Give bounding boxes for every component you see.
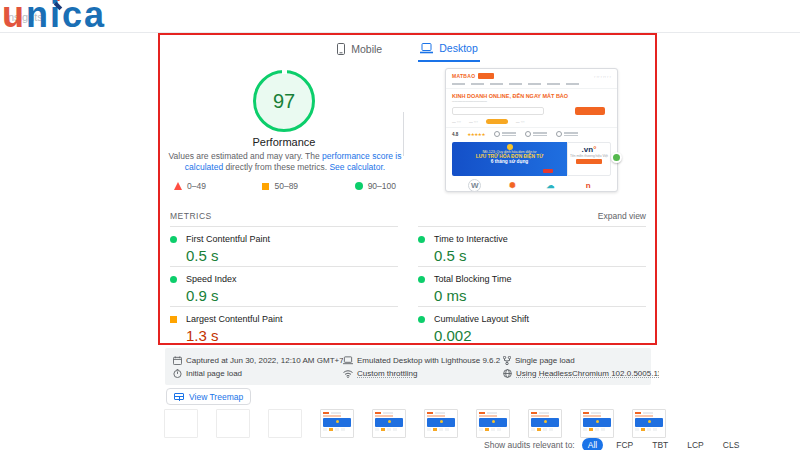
pass-circle-icon xyxy=(355,182,363,190)
metric-time-to-interactive: Time to Interactive 0.5 s xyxy=(418,226,646,266)
legend-fail-range: 0–49 xyxy=(187,181,206,191)
preview-header: MATBAO ◦ ◦◦ ◦ ◦◦ ◦ ◦ xyxy=(446,69,617,81)
metric-name: First Contentful Paint xyxy=(186,234,270,244)
preview-header-links: ◦ ◦◦ ◦ ◦◦ ◦ ◦ xyxy=(594,74,611,79)
treemap-icon xyxy=(174,393,184,400)
device-tabs: Mobile Desktop xyxy=(158,36,657,62)
filmstrip-thumb[interactable] xyxy=(372,409,406,438)
gauge-ring: 97 xyxy=(253,70,315,132)
filmstrip-thumb[interactable] xyxy=(580,409,614,438)
good-dot-icon xyxy=(170,236,177,243)
performance-gauge[interactable]: 97 xyxy=(253,70,315,132)
tab-desktop-label: Desktop xyxy=(439,42,478,54)
preview-chat-fab xyxy=(611,152,622,163)
average-square-icon xyxy=(262,183,269,190)
metric-name: Speed Index xyxy=(186,274,237,284)
joomla-logo: ✺ xyxy=(506,179,519,192)
see-calculator-link[interactable]: See calculator. xyxy=(329,162,385,172)
final-screenshot-preview[interactable]: MATBAO ◦ ◦◦ ◦ ◦◦ ◦ ◦ KINH DOANH ONLINE, … xyxy=(445,68,618,192)
metric-largest-contentful-paint: Largest Contentful Paint 1.3 s xyxy=(170,306,398,346)
preview-search-input xyxy=(452,107,544,115)
runtime-settings-bar: Captured at Jun 30, 2022, 12:10 AM GMT+7… xyxy=(165,348,651,385)
view-treemap-button[interactable]: View Treemap xyxy=(166,388,251,405)
preview-vn-card: .vn° Tên miền thương hiệu Việt xyxy=(567,142,611,176)
preview-logo2 xyxy=(478,73,494,79)
filmstrip-thumb[interactable] xyxy=(320,409,354,438)
tab-mobile-label: Mobile xyxy=(351,43,382,55)
audits-filter: Show audits relevant to: All FCP TBT LCP… xyxy=(484,438,745,450)
filmstrip-thumb[interactable] xyxy=(164,409,198,438)
emulated-device: Emulated Desktop with Lighthouse 9.6.2 xyxy=(343,356,503,365)
logo-letter-u: u xyxy=(2,0,26,35)
initial-page-load-text: Initial page load xyxy=(186,369,242,378)
filter-chip-cls[interactable]: CLS xyxy=(717,438,746,450)
filmstrip-thumb[interactable] xyxy=(632,409,666,438)
metric-value: 1.3 s xyxy=(186,327,398,344)
score-legend: 0–49 50–89 90–100 xyxy=(174,181,396,191)
metrics-title: METRICS xyxy=(170,211,212,221)
metric-value: 0.002 xyxy=(434,327,646,344)
filmstrip-thumb[interactable] xyxy=(216,409,250,438)
filmstrip-thumb[interactable] xyxy=(268,409,302,438)
preview-vn-button xyxy=(576,159,602,164)
desc-text-2: directly from these metrics. xyxy=(223,162,329,172)
browser-version-text[interactable]: Using HeadlessChromium 102.0.5005.115 wi… xyxy=(516,369,659,378)
globe-icon xyxy=(503,369,512,378)
filmstrip-thumb[interactable] xyxy=(424,409,458,438)
initial-page-load: Initial page load xyxy=(173,369,343,378)
metric-value: 0.5 s xyxy=(186,247,398,264)
preview-rating-score: 4.8 xyxy=(452,132,458,137)
tab-desktop[interactable]: Desktop xyxy=(418,36,480,62)
tab-mobile[interactable]: Mobile xyxy=(335,36,384,62)
metrics-header: METRICS Expand view xyxy=(170,211,646,221)
mobile-phone-icon xyxy=(337,43,345,55)
filter-chip-all[interactable]: All xyxy=(582,438,603,450)
filter-chip-lcp[interactable]: LCP xyxy=(681,438,710,450)
preview-brand: MATBAO xyxy=(452,73,475,79)
stopwatch-icon xyxy=(173,369,182,378)
preview-feature-3 xyxy=(556,131,578,137)
office-logo: n xyxy=(582,179,595,192)
fork-icon xyxy=(503,356,511,365)
preview-heading: KINH DOANH ONLINE, ĐẾN NGAY MẮT BẢO xyxy=(446,89,617,99)
metric-name: Total Blocking Time xyxy=(434,274,512,284)
legend-pass-range: 90–100 xyxy=(368,181,396,191)
preview-banner: NĐ-123: Quy định hóa đơn điện tử LƯU TRỮ… xyxy=(452,142,611,176)
good-dot-icon xyxy=(418,236,425,243)
performance-description: Values are estimated and may vary. The p… xyxy=(163,151,407,173)
filmstrip-thumb[interactable] xyxy=(528,409,562,438)
audits-filter-label: Show audits relevant to: xyxy=(484,440,575,450)
preview-vn-sub: Tên miền thương hiệu Việt xyxy=(568,154,610,158)
metric-speed-index: Speed Index 0.9 s xyxy=(170,266,398,306)
preview-search-row xyxy=(446,104,617,118)
custom-throttling-text[interactable]: Custom throttling xyxy=(357,369,417,378)
metric-name: Cumulative Layout Shift xyxy=(434,314,529,324)
metric-total-blocking-time: Total Blocking Time 0 ms xyxy=(418,266,646,306)
legend-fail: 0–49 xyxy=(174,181,206,191)
expand-view-button[interactable]: Expand view xyxy=(598,211,646,221)
legend-average: 50–89 xyxy=(262,181,298,191)
gauge-gap xyxy=(282,68,287,74)
metric-cumulative-layout-shift: Cumulative Layout Shift 0.002 xyxy=(418,306,646,346)
filter-chip-tbt[interactable]: TBT xyxy=(646,438,674,450)
performance-score: 97 xyxy=(273,90,295,113)
preview-nav xyxy=(446,81,617,89)
filmstrip-thumb[interactable] xyxy=(476,409,510,438)
calendar-icon xyxy=(173,356,182,365)
metric-value: 0.5 s xyxy=(434,247,646,264)
cloud-logo: ☁ xyxy=(544,179,557,192)
single-page-load-text: Single page load xyxy=(515,356,575,365)
preview-rating-stars: ★★★★★ xyxy=(467,132,485,137)
logo-rest: nica xyxy=(26,0,106,35)
preview-apps-row: W ✺ ☁ n xyxy=(446,176,617,192)
good-dot-icon xyxy=(418,316,425,323)
filter-chip-fcp[interactable]: FCP xyxy=(610,438,639,450)
metric-name: Largest Contentful Paint xyxy=(186,314,283,324)
metrics-grid: First Contentful Paint 0.5 s Time to Int… xyxy=(170,226,646,346)
preview-banner-line2: 6 tháng sử dụng xyxy=(452,159,567,164)
metric-name: Time to Interactive xyxy=(434,234,508,244)
preview-rating-row: 4.8 ★★★★★ xyxy=(446,127,617,140)
desktop-laptop-icon xyxy=(420,43,433,54)
wordpress-logo: W xyxy=(468,179,481,192)
good-dot-icon xyxy=(170,276,177,283)
